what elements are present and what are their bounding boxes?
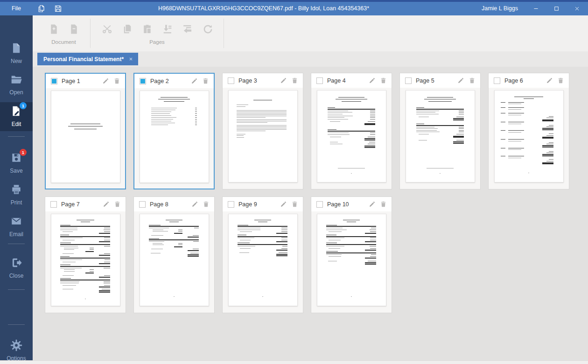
sidebar-item-edit[interactable]: 1Edit bbox=[0, 102, 33, 131]
edit-page-button[interactable] bbox=[280, 201, 287, 208]
thumbnail-line bbox=[501, 148, 505, 148]
sidebar-label-save: Save bbox=[0, 168, 33, 174]
thumbnail-line bbox=[416, 132, 440, 132]
page-card-7[interactable]: Page 7 bbox=[45, 196, 126, 313]
page-thumbnail[interactable] bbox=[494, 90, 564, 182]
page-card-9[interactable]: Page 9 bbox=[222, 196, 303, 313]
maximize-button[interactable] bbox=[546, 2, 567, 15]
page-thumbnail[interactable] bbox=[406, 90, 475, 182]
thumbnail-line bbox=[77, 220, 94, 220]
thumbnail-line bbox=[237, 119, 287, 120]
thumbnail-line bbox=[237, 106, 245, 107]
page-card-2[interactable]: Page 2 bbox=[133, 73, 215, 189]
document-tab[interactable]: Personal Financial Statement* bbox=[37, 53, 138, 65]
thumbnail-line bbox=[158, 99, 190, 99]
edit-page-button[interactable] bbox=[280, 77, 287, 84]
tab-close-icon[interactable] bbox=[129, 57, 133, 61]
extract-pages-button[interactable] bbox=[179, 20, 195, 38]
sidebar-item-save[interactable]: 1Save bbox=[0, 152, 33, 174]
page-thumbnail[interactable] bbox=[51, 214, 120, 306]
delete-page-button[interactable] bbox=[557, 77, 564, 84]
cut-pages-button[interactable] bbox=[99, 20, 115, 38]
thumbnail-line bbox=[237, 117, 266, 118]
page-thumbnail[interactable] bbox=[51, 91, 120, 183]
sidebar-item-close[interactable]: Close bbox=[0, 257, 33, 279]
rotate-pages-button[interactable] bbox=[199, 20, 215, 38]
sidebar-item-options[interactable]: Options bbox=[0, 339, 33, 362]
insert-pages-button[interactable] bbox=[159, 20, 175, 38]
page-select-checkbox[interactable] bbox=[228, 201, 234, 208]
copy-pages-button[interactable] bbox=[119, 20, 135, 38]
page-select-checkbox[interactable] bbox=[405, 77, 412, 84]
copy-icon bbox=[121, 23, 133, 35]
edit-page-button[interactable] bbox=[102, 77, 109, 84]
pencil-icon bbox=[191, 77, 198, 84]
thumbnail-line bbox=[195, 115, 197, 116]
page-thumbnail[interactable] bbox=[228, 214, 298, 306]
thumbnail-line bbox=[188, 256, 199, 257]
page-thumbnail[interactable] bbox=[228, 90, 298, 182]
page-card-5[interactable]: Page 5 bbox=[399, 73, 481, 189]
page-card-label: Page 4 bbox=[327, 77, 364, 84]
page-thumbnail[interactable] bbox=[317, 90, 386, 182]
thumbnail-line bbox=[193, 241, 199, 242]
delete-page-button[interactable] bbox=[291, 201, 298, 208]
thumbnail-line bbox=[60, 243, 71, 243]
page-card-3[interactable]: Page 3 bbox=[222, 73, 303, 189]
delete-page-button[interactable] bbox=[203, 201, 210, 208]
close-button[interactable] bbox=[567, 2, 587, 15]
page-card-1[interactable]: Page 1 bbox=[45, 73, 126, 189]
page-card-10[interactable]: Page 10 bbox=[311, 196, 392, 313]
edit-page-button[interactable] bbox=[103, 201, 110, 208]
delete-page-button[interactable] bbox=[380, 77, 387, 84]
page-select-checkbox[interactable] bbox=[140, 78, 146, 84]
toolbar: DocumentPages bbox=[33, 15, 588, 51]
page-select-checkbox[interactable] bbox=[316, 77, 323, 84]
thumbnail-line bbox=[60, 236, 110, 237]
page-card-4[interactable]: Page 4 bbox=[311, 73, 392, 189]
page-card-8[interactable]: Page 8 bbox=[133, 196, 215, 313]
page-select-checkbox[interactable] bbox=[228, 77, 234, 84]
sidebar-item-print[interactable]: Print bbox=[0, 183, 33, 206]
thumbnail-line bbox=[85, 251, 94, 252]
minimize-button[interactable] bbox=[525, 2, 546, 15]
thumbnail-line bbox=[456, 134, 464, 134]
thumbnail-line bbox=[546, 118, 553, 118]
delete-page-button[interactable] bbox=[113, 77, 120, 84]
edit-page-button[interactable] bbox=[191, 201, 198, 208]
edit-page-button[interactable] bbox=[191, 77, 198, 84]
thumbnail-line bbox=[370, 116, 376, 116]
paste-pages-button[interactable] bbox=[139, 20, 155, 38]
thumbnail-line bbox=[99, 277, 110, 278]
thumbnail-line bbox=[68, 126, 103, 126]
thumbnail-line bbox=[459, 130, 464, 131]
sidebar-item-email[interactable]: Email bbox=[0, 215, 33, 238]
page-thumbnail[interactable] bbox=[140, 214, 209, 306]
thumbnail-line bbox=[328, 111, 349, 111]
page-card-6[interactable]: Page 6 bbox=[488, 73, 569, 189]
edit-page-button[interactable] bbox=[457, 77, 464, 84]
page-select-checkbox[interactable] bbox=[50, 201, 57, 208]
edit-page-button[interactable] bbox=[369, 77, 376, 84]
thumbnail-line bbox=[238, 235, 246, 235]
page-thumbnail[interactable] bbox=[140, 91, 209, 183]
delete-page-button[interactable] bbox=[469, 77, 476, 84]
delete-page-button[interactable] bbox=[114, 201, 121, 208]
edit-page-button[interactable] bbox=[546, 77, 553, 84]
page-select-checkbox[interactable] bbox=[494, 77, 500, 84]
thumbnail-line bbox=[60, 235, 69, 235]
add-document-button[interactable] bbox=[46, 20, 62, 38]
page-thumbnail[interactable] bbox=[317, 214, 386, 306]
page-select-checkbox[interactable] bbox=[51, 78, 57, 84]
delete-page-button[interactable] bbox=[291, 77, 298, 84]
thumbnail-line bbox=[427, 97, 453, 98]
remove-document-button[interactable] bbox=[66, 20, 82, 38]
delete-page-button[interactable] bbox=[202, 77, 209, 84]
sidebar-item-open[interactable]: Open bbox=[0, 73, 33, 96]
sidebar-item-new[interactable]: New bbox=[0, 42, 33, 64]
page-select-checkbox[interactable] bbox=[139, 201, 146, 208]
page-select-checkbox[interactable] bbox=[316, 201, 323, 208]
delete-page-button[interactable] bbox=[380, 201, 387, 208]
edit-page-button[interactable] bbox=[369, 201, 376, 208]
sidebar-divider bbox=[8, 289, 25, 290]
